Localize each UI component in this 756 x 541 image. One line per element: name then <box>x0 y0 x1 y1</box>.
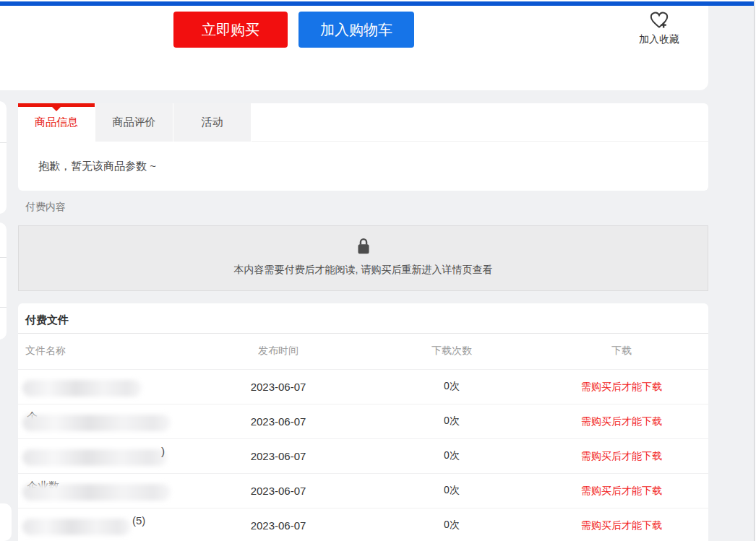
no-parameters-message: 抱歉，暂无该商品参数 ~ <box>18 142 708 191</box>
purchase-required-link[interactable]: 需购买后才能下载 <box>581 519 662 531</box>
file-name-fragment: (5) <box>132 514 145 527</box>
redacted-file-name <box>22 380 142 397</box>
file-name-cell: ) <box>18 438 188 473</box>
file-name-fragment: ) <box>161 445 165 457</box>
locked-content-box: 本内容需要付费后才能阅读, 请购买后重新进入详情页查看 <box>18 225 708 291</box>
tab-bar: 商品信息 商品评价 活动 <box>18 103 708 142</box>
buy-now-button[interactable]: 立即购买 <box>173 12 288 48</box>
locked-message: 本内容需要付费后才能阅读, 请购买后重新进入详情页查看 <box>19 264 708 277</box>
tab-product-reviews[interactable]: 商品评价 <box>95 103 173 142</box>
column-header-download-count: 下载次数 <box>369 334 535 369</box>
publish-date-cell: 2023-06-07 <box>188 438 369 473</box>
active-tab-indicator <box>18 103 95 107</box>
publish-date-cell: 2023-06-07 <box>188 369 369 404</box>
column-header-publish-time: 发布时间 <box>188 334 369 369</box>
paid-files-title: 付费文件 <box>18 303 708 334</box>
left-edge-panel-fragment <box>0 101 7 214</box>
download-cell: 需购买后才能下载 <box>535 438 708 473</box>
file-name-cell: 个 <box>18 404 188 438</box>
download-count-cell: 0次 <box>369 438 535 473</box>
publish-date-cell: 2023-06-07 <box>188 404 369 438</box>
redacted-file-name <box>22 519 131 535</box>
buy-section: 立即购买 加入购物车 加入收藏 <box>0 6 708 90</box>
publish-date-cell: 2023-06-07 <box>188 473 369 508</box>
paid-files-panel: 付费文件 文件名称 发布时间 下载次数 下载 2023-06-070次需购买后才… <box>18 303 708 541</box>
purchase-required-link[interactable]: 需购买后才能下载 <box>581 485 662 496</box>
tab-label: 活动 <box>202 116 223 129</box>
publish-date-cell: 2023-06-07 <box>188 508 369 541</box>
paid-content-section-label: 付费内容 <box>25 201 66 214</box>
file-row: (5)2023-06-070次需购买后才能下载 <box>18 508 708 541</box>
file-name-cell <box>18 369 188 404</box>
table-header-row: 文件名称 发布时间 下载次数 下载 <box>18 334 708 369</box>
column-header-download: 下载 <box>535 334 708 369</box>
paid-files-table: 文件名称 发布时间 下载次数 下载 2023-06-070次需购买后才能下载个2… <box>18 334 708 541</box>
add-to-favorites-button[interactable]: 加入收藏 <box>630 9 688 46</box>
file-name-cell: 企业数 <box>18 473 188 508</box>
file-row: 2023-06-070次需购买后才能下载 <box>18 369 708 404</box>
heart-plus-icon <box>630 9 688 32</box>
tab-product-info[interactable]: 商品信息 <box>18 103 95 142</box>
top-accent-bar <box>0 0 756 6</box>
download-cell: 需购买后才能下载 <box>535 404 708 438</box>
purchase-required-link[interactable]: 需购买后才能下载 <box>581 415 662 427</box>
purchase-required-link[interactable]: 需购买后才能下载 <box>581 450 662 462</box>
download-cell: 需购买后才能下载 <box>535 369 708 404</box>
redacted-file-name <box>22 415 171 431</box>
file-name-cell: (5) <box>18 508 188 541</box>
download-cell: 需购买后才能下载 <box>535 508 708 541</box>
add-to-cart-button[interactable]: 加入购物车 <box>298 12 414 48</box>
download-count-cell: 0次 <box>369 369 535 404</box>
file-row: 企业数2023-06-070次需购买后才能下载 <box>18 473 708 508</box>
left-edge-panel-fragment <box>0 222 7 339</box>
product-info-panel: 商品信息 商品评价 活动 抱歉，暂无该商品参数 ~ <box>18 103 708 191</box>
download-count-cell: 0次 <box>369 404 535 438</box>
redacted-file-name <box>22 449 167 466</box>
lock-icon <box>354 246 373 259</box>
favorite-label: 加入收藏 <box>630 33 688 46</box>
column-header-filename: 文件名称 <box>18 334 188 369</box>
tab-activities[interactable]: 活动 <box>173 103 252 142</box>
file-row: )2023-06-070次需购买后才能下载 <box>18 438 708 473</box>
purchase-required-link[interactable]: 需购买后才能下载 <box>581 381 662 392</box>
download-count-cell: 0次 <box>369 473 535 508</box>
download-count-cell: 0次 <box>369 508 535 541</box>
tab-label: 商品信息 <box>35 116 78 129</box>
download-cell: 需购买后才能下载 <box>535 473 708 508</box>
redacted-file-name <box>22 484 171 501</box>
left-edge-panel-fragment <box>0 503 12 541</box>
tab-label: 商品评价 <box>113 116 156 129</box>
file-row: 个2023-06-070次需购买后才能下载 <box>18 404 708 438</box>
